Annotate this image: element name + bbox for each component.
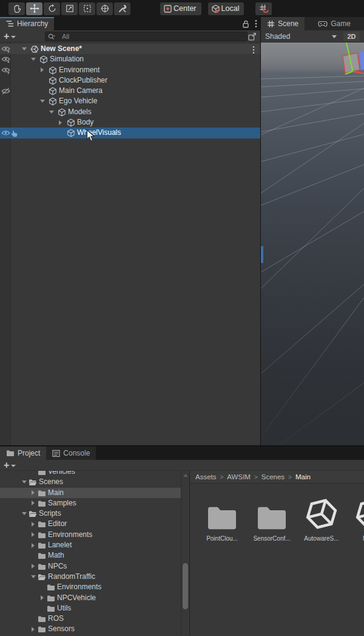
hierarchy-item-environment[interactable]: Environment	[0, 65, 260, 75]
breadcrumb-awsim[interactable]: AWSIM	[227, 473, 251, 480]
folder-item-npcvehicle[interactable]: NPCVehicle	[0, 593, 181, 603]
shading-mode-dropdown[interactable]: Shaded	[265, 32, 290, 41]
scene-visibility-eye-icon[interactable]	[1, 46, 10, 53]
asset-item-sensorconfig[interactable]: SensorConf...	[247, 495, 297, 542]
scene-kebab-menu-icon[interactable]	[252, 46, 255, 54]
gizmo-plane-handle-blue[interactable]	[360, 52, 364, 70]
expand-arrow-icon[interactable]	[22, 480, 27, 484]
expand-arrow-icon[interactable]	[32, 627, 35, 632]
transform-tool-button[interactable]	[96, 2, 113, 15]
hand-tool-button[interactable]	[8, 2, 25, 15]
folder-item-randomtraffic[interactable]: RandomTraffic	[0, 572, 181, 582]
folder-icon	[38, 542, 46, 549]
folder-item-utils[interactable]: Utils	[0, 603, 181, 614]
visibility-eye-icon[interactable]	[1, 129, 10, 137]
scrollbar-up-arrow[interactable]	[183, 474, 188, 477]
asset-item-autowaresimulation[interactable]: AutowareS...	[297, 495, 346, 542]
tab-game[interactable]: Game	[305, 17, 364, 30]
folder-item-math[interactable]: Math	[0, 550, 181, 561]
visibility-eye-off-icon[interactable]	[1, 87, 10, 95]
folder-item-npcs[interactable]: NPCs	[0, 561, 181, 572]
folder-item-samples[interactable]: Samples	[0, 498, 181, 508]
breadcrumb-assets[interactable]: Assets	[195, 473, 217, 480]
hierarchy-item-main-camera[interactable]: Main Camera	[0, 86, 260, 96]
unity-scene-icon	[30, 45, 39, 53]
expand-arrow-icon[interactable]	[22, 512, 27, 515]
breadcrumb-scenes[interactable]: Scenes	[261, 473, 285, 480]
hierarchy-item-wheelvisuals[interactable]: WheelVisuals	[0, 128, 260, 138]
expand-arrow-icon[interactable]	[59, 120, 62, 125]
expand-arrow-icon[interactable]	[22, 47, 27, 50]
move-tool-button[interactable]	[26, 2, 42, 15]
hierarchy-search-input[interactable]	[45, 32, 248, 41]
rotate-tool-button[interactable]	[44, 2, 60, 15]
panel-divider-vertical[interactable]	[260, 17, 261, 445]
expand-arrow-icon[interactable]	[31, 58, 36, 61]
gameobject-cube-icon	[39, 55, 48, 64]
expand-arrow-icon[interactable]	[40, 100, 45, 103]
project-tree-scrollbar[interactable]	[181, 471, 189, 636]
visibility-eye-icon[interactable]	[1, 67, 10, 74]
folder-item-environments[interactable]: Environments	[0, 530, 181, 540]
folder-item-scenes[interactable]: Scenes	[0, 477, 181, 487]
orientation-mode-button[interactable]: Local	[208, 2, 244, 15]
hierarchy-item-models[interactable]: Models	[0, 107, 260, 117]
folder-item-vehicles[interactable]: Vehicles	[0, 471, 181, 477]
hierarchy-item-ego-vehicle[interactable]: Ego Vehicle	[0, 96, 260, 106]
scrollbar-thumb[interactable]	[183, 563, 188, 609]
folder-icon	[47, 605, 55, 612]
folder-item-lanelet[interactable]: Lanelet	[0, 540, 181, 550]
tab-hierarchy[interactable]: Hierarchy	[0, 17, 54, 30]
plus-icon: +	[4, 461, 9, 470]
create-object-button[interactable]: +	[4, 32, 16, 41]
kebab-menu-icon[interactable]	[255, 19, 257, 28]
folder-item-ros[interactable]: ROS	[0, 614, 181, 624]
move-gizmo[interactable]	[261, 43, 364, 115]
rect-tool-button[interactable]	[79, 2, 95, 15]
hierarchy-item-new-scene[interactable]: New Scene*	[0, 44, 260, 54]
grid-snapping-button[interactable]	[255, 2, 272, 15]
gameobject-cube-icon	[67, 129, 75, 137]
folder-item-sensors[interactable]: Sensors	[0, 624, 181, 634]
folder-icon	[38, 490, 46, 497]
hierarchy-item-body[interactable]: Body	[0, 117, 260, 128]
expand-arrow-icon[interactable]	[32, 522, 35, 527]
expand-arrow-icon[interactable]	[41, 67, 44, 72]
folder-item-main[interactable]: Main	[0, 488, 181, 498]
expand-arrow-icon[interactable]	[32, 564, 35, 569]
visibility-eye-icon[interactable]	[1, 56, 10, 63]
folder-item-environments-2[interactable]: Environments	[0, 582, 181, 592]
folder-item-scripts[interactable]: Scripts	[0, 508, 181, 519]
chevron-down-icon[interactable]	[332, 35, 337, 38]
expand-arrow-icon[interactable]	[32, 490, 35, 495]
pivot-mode-button[interactable]: Center	[160, 2, 201, 15]
custom-tools-button[interactable]	[114, 2, 130, 15]
expand-arrow-icon[interactable]	[32, 543, 35, 548]
breadcrumb-main[interactable]: Main	[295, 473, 311, 480]
expand-arrow-icon[interactable]	[32, 532, 35, 537]
expand-arrow-icon[interactable]	[41, 595, 44, 600]
lock-icon[interactable]	[242, 20, 249, 28]
asset-item-new-scene[interactable]: New...	[346, 495, 364, 542]
project-toolbar: +	[0, 460, 364, 471]
expand-arrow-icon[interactable]	[31, 575, 36, 578]
tab-project[interactable]: Project	[0, 446, 46, 460]
create-asset-button[interactable]: +	[4, 461, 16, 470]
gameobject-cube-icon	[49, 97, 57, 106]
scene-viewport[interactable]	[261, 43, 364, 445]
tab-console[interactable]: Console	[46, 446, 96, 460]
toggle-2d-button[interactable]: 2D	[343, 32, 360, 41]
scale-tool-button[interactable]	[61, 2, 78, 15]
hierarchy-item-clockpublisher[interactable]: ClockPublisher	[0, 75, 260, 86]
folder-icon	[38, 552, 46, 559]
hierarchy-item-simulation[interactable]: Simulation	[0, 54, 260, 64]
expand-arrow-icon[interactable]	[49, 111, 54, 114]
expand-arrow-icon[interactable]	[32, 501, 35, 505]
pickability-hand-icon[interactable]	[10, 129, 19, 137]
folder-item-editor[interactable]: Editor	[0, 519, 181, 529]
hierarchy-tab-label: Hierarchy	[17, 19, 48, 28]
gizmo-axis-red[interactable]	[353, 72, 364, 74]
press-to-pick-icon[interactable]	[248, 33, 257, 41]
asset-item-pointcloud[interactable]: PointClou...	[197, 495, 247, 542]
tab-scene[interactable]: Scene	[261, 17, 305, 30]
